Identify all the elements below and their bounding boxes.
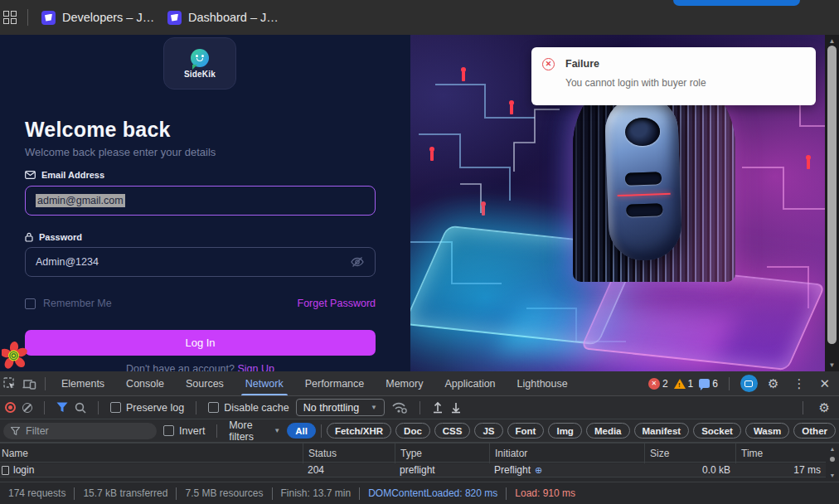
network-conditions-wifi-icon[interactable] <box>391 401 408 414</box>
invert-control[interactable]: Invert <box>163 425 205 437</box>
devtools-tab-memory[interactable]: Memory <box>375 371 434 395</box>
devtools-status-badges: ✕2 !1 6 ⚙ ⋮ ✕ <box>648 375 839 392</box>
disable-cache-checkbox[interactable] <box>208 402 219 413</box>
import-har-icon[interactable] <box>432 401 444 414</box>
filter-chip-fetch-xhr[interactable]: Fetch/XHR <box>327 423 391 439</box>
devtools-tab-console[interactable]: Console <box>115 371 175 395</box>
remember-me-checkbox[interactable] <box>25 298 36 309</box>
signup-link[interactable]: Sign Up <box>237 363 274 371</box>
scrollbar-thumb[interactable] <box>827 46 837 344</box>
table-scrollbar[interactable]: ▲ ▼ <box>826 443 839 482</box>
flower-sticker-icon <box>2 342 27 370</box>
network-summary-bar: 174 requests 15.7 kB transferred 7.5 MB … <box>0 482 839 504</box>
errors-badge[interactable]: ✕2 <box>648 378 668 390</box>
remember-row: Remember Me Forget Password <box>25 298 376 309</box>
summary-finish: Finish: 13.7 min <box>273 487 361 500</box>
device-mode-button[interactable] <box>740 375 758 392</box>
page-scrollbar[interactable]: ▲ ▼ <box>825 35 839 371</box>
toast-message: You cannot login with buyer role <box>565 77 706 89</box>
filter-chip-manifest[interactable]: Manifest <box>634 423 690 439</box>
close-devtools-icon[interactable]: ✕ <box>815 376 834 391</box>
password-field[interactable]: Admin@1234 <box>25 247 376 277</box>
divider <box>27 9 28 26</box>
tab-group-indicator <box>673 0 800 6</box>
initiator-link-icon[interactable]: ⊕ <box>535 465 542 476</box>
column-header-name[interactable]: Name <box>0 443 303 463</box>
network-toolbar: Preserve log Disable cache No throttling… <box>0 396 839 419</box>
network-requests-table: Name Status Type Initiator Size Time log… <box>0 443 839 482</box>
filter-chip-other[interactable]: Other <box>793 423 836 439</box>
search-icon[interactable] <box>75 402 86 414</box>
browser-tab-dashboard[interactable]: Dashboard – J… <box>167 8 279 27</box>
workspaces-grid-icon[interactable] <box>3 11 17 24</box>
column-header-size[interactable]: Size <box>644 443 735 463</box>
issues-icon <box>699 379 710 388</box>
divider <box>803 401 803 414</box>
email-label: Email Address <box>25 170 104 180</box>
email-field[interactable]: admin@gmail.com <box>25 186 376 216</box>
column-header-type[interactable]: Type <box>395 443 489 463</box>
request-type-chips: All Fetch/XHR Doc CSS JS Font Img Media … <box>287 423 836 439</box>
device-toolbar-icon[interactable] <box>18 378 40 390</box>
invert-checkbox[interactable] <box>163 425 174 436</box>
filter-chip-wasm[interactable]: Wasm <box>745 423 789 439</box>
filter-funnel-icon[interactable] <box>56 402 68 413</box>
login-button[interactable]: Log In <box>25 330 376 356</box>
devtools-tab-performance[interactable]: Performance <box>294 371 376 395</box>
tab-label: Developers – J… <box>62 11 154 24</box>
table-row[interactable]: login 204 preflight Preflight⊕ 0.0 kB 17… <box>0 463 826 477</box>
filter-chip-css[interactable]: CSS <box>434 423 471 439</box>
eye-slash-icon[interactable] <box>350 256 365 268</box>
issues-badge[interactable]: 6 <box>699 378 718 390</box>
filter-chip-doc[interactable]: Doc <box>395 423 430 439</box>
divider <box>98 401 99 414</box>
warnings-badge[interactable]: !1 <box>674 378 694 390</box>
devtools-tab-sources[interactable]: Sources <box>175 371 235 395</box>
clear-network-log-icon[interactable] <box>22 403 32 413</box>
filter-chip-font[interactable]: Font <box>507 423 545 439</box>
divider <box>44 401 45 414</box>
filter-chip-all[interactable]: All <box>287 423 316 439</box>
scroll-down-icon[interactable]: ▼ <box>825 361 839 369</box>
devtools-tab-lighthouse[interactable]: Lighthouse <box>507 371 579 395</box>
divider <box>321 424 322 438</box>
failure-toast[interactable]: ✕ Failure You cannot login with buyer ro… <box>531 47 816 105</box>
scroll-up-icon[interactable]: ▲ <box>826 446 839 452</box>
column-header-status[interactable]: Status <box>303 443 395 463</box>
filter-input[interactable]: Filter <box>3 423 157 439</box>
scrollbar-thumb[interactable] <box>830 457 835 462</box>
browser-tab-developers[interactable]: Developers – J… <box>41 8 154 27</box>
network-settings-gear-icon[interactable]: ⚙ <box>815 400 834 415</box>
toast-title: Failure <box>565 58 599 70</box>
scroll-up-icon[interactable]: ▲ <box>825 37 839 45</box>
devtools-tab-elements[interactable]: Elements <box>51 371 115 395</box>
column-header-time[interactable]: Time <box>735 443 826 463</box>
filter-chip-media[interactable]: Media <box>586 423 630 439</box>
devtools-tab-bar: Elements Console Sources Network Perform… <box>0 371 839 396</box>
login-panel: SideKik Welcome back Welcome back please… <box>0 35 410 371</box>
summary-resources: 7.5 MB resources <box>177 487 272 500</box>
scroll-down-icon[interactable]: ▼ <box>826 472 839 478</box>
settings-gear-icon[interactable]: ⚙ <box>764 376 783 391</box>
request-size: 0.0 kB <box>644 464 735 476</box>
more-filters-dropdown[interactable]: More filters▼ <box>229 419 280 443</box>
inspect-element-icon[interactable] <box>0 377 18 390</box>
filter-chip-socket[interactable]: Socket <box>693 423 741 439</box>
forgot-password-link[interactable]: Forget Password <box>298 298 376 309</box>
column-header-initiator[interactable]: Initiator <box>489 443 644 463</box>
throttling-dropdown[interactable]: No throttling▼ <box>296 399 385 416</box>
filter-chip-img[interactable]: Img <box>548 423 581 439</box>
sidekik-logo-icon <box>191 49 209 67</box>
tab-favicon-icon <box>167 11 182 25</box>
filter-chip-js[interactable]: JS <box>474 423 502 439</box>
preserve-log-control[interactable]: Preserve log <box>110 402 184 414</box>
kebab-menu-icon[interactable]: ⋮ <box>788 376 809 391</box>
devtools-tab-application[interactable]: Application <box>434 371 506 395</box>
record-network-log-icon[interactable] <box>5 402 16 413</box>
disable-cache-control[interactable]: Disable cache <box>208 402 289 414</box>
divider <box>216 424 217 438</box>
export-har-icon[interactable] <box>450 401 462 414</box>
devtools-tab-network[interactable]: Network <box>235 371 294 395</box>
preserve-log-checkbox[interactable] <box>110 402 121 413</box>
page-viewport: SideKik Welcome back Welcome back please… <box>0 35 839 371</box>
